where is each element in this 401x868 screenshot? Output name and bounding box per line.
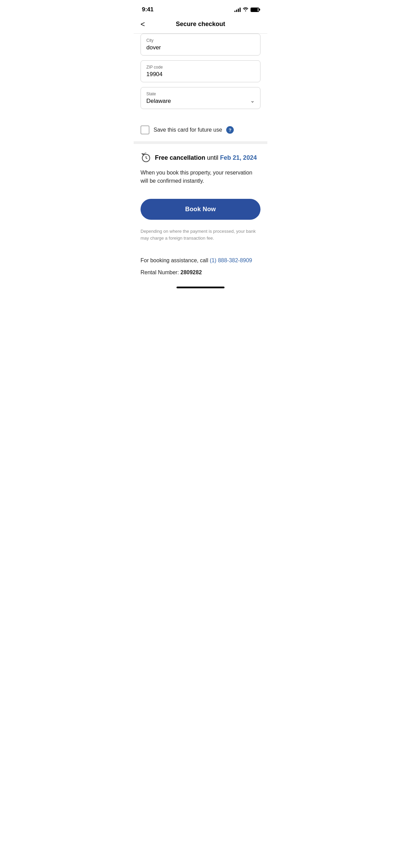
home-bar — [177, 287, 224, 288]
zip-value: 19904 — [146, 71, 162, 77]
signal-icon — [234, 7, 241, 12]
zip-label: ZIP code — [146, 65, 255, 70]
rental-line: Rental Number: 2809282 — [141, 269, 260, 276]
cancellation-icon — [141, 152, 151, 163]
cancellation-description: When you book this property, your reserv… — [141, 169, 260, 185]
help-icon[interactable]: ? — [226, 126, 234, 134]
cancellation-section: Free cancellation until Feb 21, 2024 Whe… — [134, 144, 267, 191]
section-divider — [134, 141, 267, 144]
cancellation-title: Free cancellation until Feb 21, 2024 — [155, 154, 257, 161]
zip-input-group[interactable]: ZIP code 19904 — [141, 60, 260, 82]
status-icons — [234, 7, 259, 12]
assistance-phone[interactable]: (1) 888-382-8909 — [210, 257, 252, 263]
fee-note: Depending on where the payment is proces… — [134, 225, 267, 250]
status-time: 9:41 — [142, 6, 154, 13]
state-select-group[interactable]: State Delaware ⌄ — [141, 87, 260, 109]
home-indicator — [134, 281, 267, 291]
assistance-prefix: For booking assistance, call — [141, 257, 210, 263]
wifi-icon — [243, 7, 248, 12]
rental-prefix: Rental Number: — [141, 269, 181, 275]
book-now-button[interactable]: Book Now — [141, 199, 260, 220]
page-title: Secure checkout — [176, 21, 225, 28]
assistance-line: For booking assistance, call (1) 888-382… — [141, 256, 260, 265]
city-value: dover — [146, 44, 161, 51]
cancellation-rest: until — [205, 154, 220, 161]
rental-number: 2809282 — [181, 269, 202, 275]
form-section: City dover ZIP code 19904 State Delaware… — [134, 34, 267, 121]
save-card-checkbox[interactable] — [141, 125, 149, 134]
city-label: City — [146, 38, 255, 43]
chevron-down-icon: ⌄ — [250, 97, 255, 104]
cancellation-bold: Free cancellation — [155, 154, 205, 161]
back-button[interactable]: < — [141, 20, 145, 29]
book-button-wrapper: Book Now — [134, 191, 267, 225]
city-input-group[interactable]: City dover — [141, 34, 260, 56]
assistance-section: For booking assistance, call (1) 888-382… — [134, 250, 267, 281]
cancellation-date: Feb 21, 2024 — [220, 154, 257, 161]
save-card-label: Save this card for future use — [154, 127, 222, 133]
status-bar: 9:41 — [134, 0, 267, 17]
battery-icon — [251, 8, 259, 12]
header: < Secure checkout — [134, 17, 267, 34]
state-label: State — [146, 92, 255, 96]
save-card-row: Save this card for future use ? — [134, 121, 267, 141]
state-value: Delaware — [146, 98, 255, 105]
fee-note-text: Depending on where the payment is proces… — [141, 229, 256, 241]
cancellation-heading: Free cancellation until Feb 21, 2024 — [141, 152, 260, 163]
